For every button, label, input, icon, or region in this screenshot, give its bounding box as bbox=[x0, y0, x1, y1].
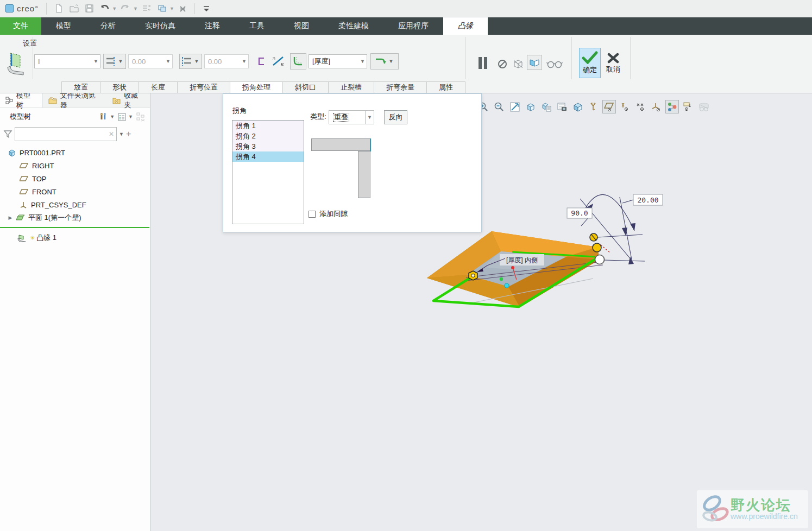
pending-marker-icon: ✳ bbox=[30, 235, 35, 242]
chevron-down-icon[interactable]: ▼ bbox=[193, 59, 201, 64]
length2-value: 0.00 bbox=[208, 58, 222, 66]
add-gap-checkbox[interactable] bbox=[309, 211, 316, 218]
dimension-linear-20-label[interactable]: 20.00 bbox=[633, 194, 663, 205]
regenerate-button[interactable] bbox=[140, 2, 153, 15]
tree-tools-button[interactable]: ▼ bbox=[98, 112, 116, 122]
corner-item-1[interactable]: 拐角 1 bbox=[232, 121, 304, 131]
bend-relief-button[interactable] bbox=[290, 53, 306, 69]
tab-miter-cut[interactable]: 斜切口 bbox=[282, 81, 329, 93]
reverse-button[interactable]: 反向 bbox=[384, 110, 407, 124]
chevron-down-icon[interactable]: ▼ bbox=[117, 59, 125, 64]
corner-item-3[interactable]: 拐角 3 bbox=[232, 141, 304, 151]
sketch-profile-icon[interactable] bbox=[254, 54, 269, 69]
menu-tab-live-simulation[interactable]: 实时仿真 bbox=[130, 17, 190, 35]
tree-filters-button[interactable]: ▼ bbox=[117, 112, 135, 122]
chevron-down-icon[interactable]: ▼ bbox=[110, 114, 115, 119]
tab-properties[interactable]: 属性 bbox=[426, 81, 465, 93]
cancel-button[interactable]: 取消 bbox=[603, 50, 624, 77]
corner-item-4-selected[interactable]: 拐角 4 bbox=[232, 151, 304, 162]
tree-item-flange[interactable]: ✳ 凸缘 1 bbox=[0, 231, 150, 244]
tree-item-first-wall[interactable]: ▶ 平面 1(第一个壁) bbox=[0, 211, 150, 224]
filter-text-field[interactable] bbox=[17, 130, 109, 138]
tree-item-front[interactable]: FRONT bbox=[0, 185, 150, 198]
tab-shape[interactable]: 形状 bbox=[100, 81, 139, 93]
switch-windows-button[interactable] bbox=[155, 2, 168, 15]
type-combo[interactable]: 重叠 ▼ bbox=[329, 110, 374, 124]
menu-tab-view[interactable]: 视图 bbox=[279, 17, 324, 35]
length2-combo[interactable]: 0.00 ▼ bbox=[204, 54, 249, 68]
tree-item-part[interactable]: PRT0001.PRT bbox=[0, 146, 150, 159]
length1-combo[interactable]: 0.00 ▼ bbox=[128, 54, 173, 68]
add-gap-option[interactable]: 添加间隙 bbox=[309, 209, 348, 219]
undo-button[interactable] bbox=[98, 2, 111, 15]
pause-button[interactable] bbox=[475, 55, 491, 71]
tab-bend-allowance[interactable]: 折弯余量 bbox=[374, 81, 427, 93]
filter-dropdown[interactable]: ▼ bbox=[119, 131, 124, 137]
expand-arrow-icon[interactable]: ▶ bbox=[8, 215, 13, 220]
insert-locator-line[interactable] bbox=[0, 227, 149, 228]
watermark-logo-icon bbox=[699, 492, 732, 526]
new-file-button[interactable] bbox=[52, 2, 65, 15]
corner-item-2[interactable]: 拐角 2 bbox=[232, 131, 304, 141]
chevron-down-icon[interactable]: ▼ bbox=[91, 55, 100, 68]
redo-dropdown[interactable]: ▼ bbox=[133, 6, 138, 11]
no-preview-icon[interactable] bbox=[495, 56, 509, 72]
tab-placement[interactable]: 放置 bbox=[61, 81, 100, 93]
thickness-combo[interactable]: [厚度] ▼ bbox=[309, 54, 367, 68]
tree-display-button[interactable] bbox=[136, 112, 146, 122]
menu-bar: 文件 模型 分析 实时仿真 注释 工具 视图 柔性建模 应用程序 凸缘 bbox=[0, 17, 812, 35]
undo-dropdown[interactable]: ▼ bbox=[112, 6, 117, 11]
bend-direction-button[interactable]: ▼ bbox=[370, 53, 399, 69]
tab-bend-position[interactable]: 折弯位置 bbox=[177, 81, 230, 93]
redo-button[interactable] bbox=[119, 2, 132, 15]
menu-tab-analysis[interactable]: 分析 bbox=[86, 17, 130, 35]
profile-reference-2-button[interactable]: ▼ bbox=[179, 54, 202, 69]
chevron-down-icon[interactable]: ▼ bbox=[387, 59, 395, 64]
tree-item-right[interactable]: RIGHT bbox=[0, 159, 150, 172]
flip-direction-button[interactable] bbox=[269, 54, 287, 69]
ok-button[interactable]: 确定 bbox=[579, 48, 601, 78]
shaded-preview-button[interactable] bbox=[527, 55, 542, 70]
length-drag-handle[interactable] bbox=[593, 243, 601, 252]
attachment-point-handle[interactable] bbox=[595, 255, 605, 264]
tab-relief[interactable]: 止裂槽 bbox=[328, 81, 374, 93]
verify-glasses-icon[interactable] bbox=[545, 56, 564, 72]
hex-drag-handle[interactable] bbox=[469, 271, 477, 280]
add-filter-button[interactable]: + bbox=[126, 129, 131, 139]
tab-favorites[interactable]: 收藏夹 bbox=[107, 93, 150, 108]
profile-reference-1-button[interactable]: ▼ bbox=[103, 54, 126, 69]
dimension-angular-90-label[interactable]: 90.0 bbox=[567, 208, 592, 218]
profile-combo[interactable]: I ▼ bbox=[34, 54, 100, 68]
tab-model-tree[interactable]: 模型树 bbox=[0, 93, 43, 108]
clear-filter-icon[interactable]: ✕ bbox=[109, 130, 114, 138]
tree-item-csys[interactable]: PRT_CSYS_DEF bbox=[0, 198, 150, 211]
corner-listbox[interactable]: 拐角 1 拐角 2 拐角 3 拐角 4 bbox=[232, 120, 304, 224]
customize-toolbar-button[interactable] bbox=[200, 2, 213, 15]
open-file-button[interactable] bbox=[67, 2, 80, 15]
tab-folder-browser[interactable]: 文件夹浏览器 bbox=[43, 93, 108, 108]
snap-point-cyan[interactable] bbox=[505, 283, 509, 288]
chevron-down-icon[interactable]: ▼ bbox=[128, 114, 133, 119]
flange-feature-icon bbox=[17, 233, 27, 242]
menu-tab-model[interactable]: 模型 bbox=[41, 17, 86, 35]
menu-tab-annotate[interactable]: 注释 bbox=[190, 17, 235, 35]
tree-filter-input[interactable]: ✕ bbox=[15, 127, 117, 141]
menu-tab-flexible-modeling[interactable]: 柔性建模 bbox=[324, 17, 383, 35]
sheetmetal-part[interactable] bbox=[427, 231, 603, 307]
menu-tab-applications[interactable]: 应用程序 bbox=[383, 17, 443, 35]
close-window-button[interactable] bbox=[177, 2, 190, 15]
tree-item-top[interactable]: TOP bbox=[0, 172, 150, 185]
tab-corner-treatment[interactable]: 拐角处理 bbox=[230, 81, 283, 93]
menu-tab-tools[interactable]: 工具 bbox=[235, 17, 279, 35]
tab-length[interactable]: 长度 bbox=[139, 81, 178, 93]
save-button[interactable] bbox=[83, 2, 96, 15]
forum-watermark: 野火论坛 www.proewildfire.cn bbox=[697, 490, 808, 528]
chevron-down-icon[interactable]: ▼ bbox=[358, 55, 367, 68]
chevron-down-icon[interactable]: ▼ bbox=[365, 111, 374, 124]
windows-dropdown[interactable]: ▼ bbox=[169, 6, 174, 11]
qat-separator bbox=[194, 3, 195, 14]
menu-tab-file[interactable]: 文件 bbox=[0, 17, 41, 35]
wireframe-preview-icon[interactable] bbox=[511, 56, 526, 72]
tree-item-label: 平面 1(第一个壁) bbox=[28, 213, 81, 223]
menu-tab-flange-active[interactable]: 凸缘 bbox=[443, 17, 488, 35]
